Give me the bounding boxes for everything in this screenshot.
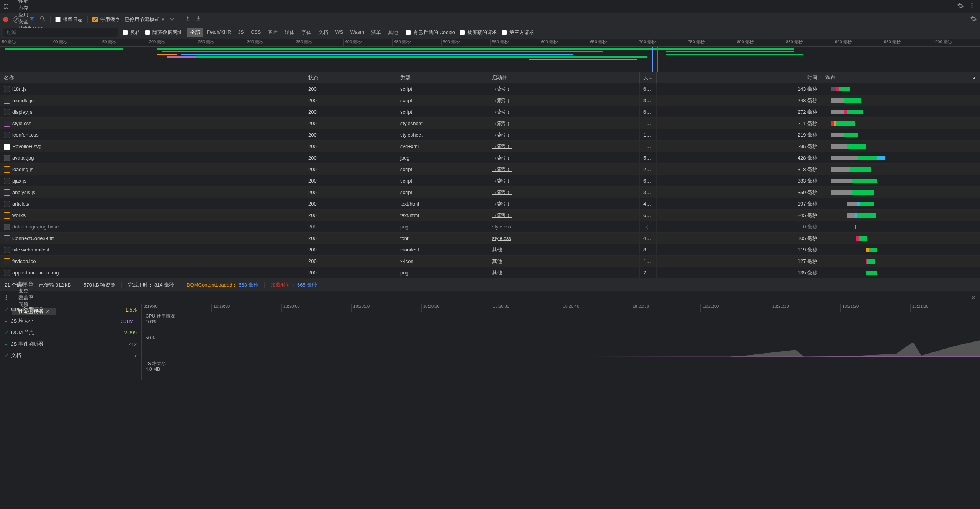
table-row[interactable]: loading.js 200 script （索引） 2… 318 毫秒: [0, 164, 980, 175]
initiator-link[interactable]: （索引）: [492, 120, 512, 127]
record-button[interactable]: [3, 17, 8, 22]
col-header-type[interactable]: 类型: [396, 72, 488, 83]
initiator-link[interactable]: （索引）: [492, 97, 512, 104]
filter-type-清单[interactable]: 清单: [368, 28, 384, 37]
table-row[interactable]: works/ 200 text/html （索引） 6… 245 毫秒: [0, 210, 980, 221]
table-row[interactable]: RavelloH.svg 200 svg+xml （索引） 1… 295 毫秒: [0, 141, 980, 152]
filter-type-JS[interactable]: JS: [235, 28, 247, 37]
clear-button[interactable]: [13, 16, 19, 23]
wifi-icon[interactable]: [169, 16, 175, 23]
filter-type-CSS[interactable]: CSS: [248, 28, 264, 37]
table-row[interactable]: display.js 200 script （索引） 6… 272 毫秒: [0, 106, 980, 118]
invert-checkbox[interactable]: 反转: [123, 29, 140, 36]
table-row[interactable]: articles/ 200 text/html （索引） 4… 197 毫秒: [0, 198, 980, 210]
initiator-cell: （索引）: [488, 198, 640, 209]
table-row[interactable]: favicon.ico 200 x-icon 其他 1… 127 毫秒: [0, 256, 980, 267]
hide-data-urls-checkbox[interactable]: 隐藏数据网址: [145, 29, 182, 36]
filter-type-WS[interactable]: WS: [332, 28, 346, 37]
perf-tick: 18:20:00: [281, 304, 351, 312]
table-row[interactable]: iconfont.css 200 stylesheet （索引） 1… 219 …: [0, 129, 980, 141]
perf-metric-value: 1.5%: [125, 307, 137, 313]
table-row[interactable]: i18n.js 200 script （索引） 6… 143 毫秒: [0, 83, 980, 95]
filter-type-Fetch/XHR[interactable]: Fetch/XHR: [204, 28, 234, 37]
search-icon[interactable]: [39, 16, 46, 23]
initiator-link[interactable]: （索引）: [492, 166, 512, 173]
drawer-tab-2[interactable]: 覆盖率: [12, 294, 56, 301]
col-header-name[interactable]: 名称: [0, 72, 304, 83]
drawer-tab-1[interactable]: 变更: [12, 287, 56, 294]
perf-tick: 18:20:40: [561, 304, 631, 312]
third-party-checkbox[interactable]: 第三方请求: [502, 29, 534, 36]
filter-type-文档[interactable]: 文档: [315, 28, 331, 37]
waterfall-cell: [821, 267, 980, 278]
file-type-icon: [4, 109, 10, 115]
col-header-size[interactable]: 大...: [640, 72, 657, 83]
initiator-link[interactable]: （索引）: [492, 132, 512, 139]
perf-metric-row[interactable]: ✓文档7: [0, 350, 141, 361]
network-settings-icon[interactable]: [970, 15, 977, 23]
timeline-overview[interactable]: 50 毫秒100 毫秒150 毫秒200 毫秒250 毫秒300 毫秒350 毫…: [0, 39, 980, 72]
initiator-link[interactable]: style.css: [492, 235, 511, 241]
filter-type-字体[interactable]: 字体: [298, 28, 314, 37]
initiator-link[interactable]: style.css: [492, 224, 511, 230]
initiator-link[interactable]: （索引）: [492, 201, 512, 207]
main-tab-4[interactable]: 性能: [12, 0, 49, 5]
throttling-select[interactable]: 已停用节流模式 ▾: [124, 16, 164, 23]
initiator-link[interactable]: （索引）: [492, 178, 512, 184]
initiator-link[interactable]: （索引）: [492, 155, 512, 162]
inspect-icon[interactable]: [0, 0, 12, 13]
upload-icon[interactable]: [185, 16, 191, 23]
drawer-close-icon[interactable]: ✕: [967, 295, 980, 300]
table-row[interactable]: apple-touch-icon.png 200 png 其他 2… 135 毫…: [0, 267, 980, 279]
initiator-cell: （索引）: [488, 83, 640, 95]
sort-arrow-icon: ▴: [973, 75, 976, 80]
filter-type-Wasm[interactable]: Wasm: [347, 28, 367, 37]
type-cell: stylesheet: [396, 118, 488, 129]
table-row[interactable]: site.webmanifest 200 manifest 其他 8… 119 …: [0, 244, 980, 256]
preserve-log-checkbox[interactable]: 保留日志: [55, 16, 83, 23]
initiator-link[interactable]: （索引）: [492, 212, 512, 219]
type-cell: stylesheet: [396, 129, 488, 140]
more-icon[interactable]: [969, 2, 975, 10]
disable-cache-checkbox[interactable]: 停用缓存: [92, 16, 120, 23]
table-row[interactable]: style.css 200 stylesheet （索引） 1… 211 毫秒: [0, 118, 980, 129]
blocked-requests-checkbox[interactable]: 被屏蔽的请求: [460, 29, 497, 36]
col-header-time[interactable]: 时间: [657, 72, 821, 83]
col-header-status[interactable]: 状态: [304, 72, 396, 83]
perf-metric-row[interactable]: ✓JS 事件监听器212: [0, 338, 141, 350]
filter-type-媒体[interactable]: 媒体: [281, 28, 298, 37]
perf-metric-row[interactable]: ✓DOM 节点2,399: [0, 327, 141, 338]
drawer-more-icon[interactable]: [0, 291, 12, 304]
main-tab-5[interactable]: 内存: [12, 5, 49, 11]
filter-icon[interactable]: [29, 16, 35, 23]
file-name: articles/: [12, 201, 29, 207]
table-row[interactable]: ConnectCode39.ttf 200 font style.css 4… …: [0, 233, 980, 244]
initiator-link[interactable]: （索引）: [492, 86, 512, 93]
drawer-tab-0[interactable]: 控制台: [12, 281, 56, 287]
col-header-initiator[interactable]: 启动器: [488, 72, 640, 83]
initiator-cell: （索引）: [488, 129, 640, 140]
filter-type-其他[interactable]: 其他: [385, 28, 401, 37]
initiator-link[interactable]: （索引）: [492, 109, 512, 116]
filter-type-全部[interactable]: 全部: [187, 28, 203, 37]
col-header-waterfall[interactable]: 瀑布▴: [821, 72, 980, 83]
perf-metric-row[interactable]: ✓CPU 使用情况1.5%: [0, 304, 141, 315]
initiator-link[interactable]: （索引）: [492, 189, 512, 196]
file-name: style.css: [12, 121, 31, 126]
filter-input[interactable]: [3, 28, 118, 37]
download-icon[interactable]: [195, 16, 201, 23]
filter-type-图片[interactable]: 图片: [265, 28, 281, 37]
timeline-tick: 200 毫秒: [147, 39, 196, 46]
table-row[interactable]: analysis.js 200 script （索引） 3… 359 毫秒: [0, 187, 980, 198]
table-row[interactable]: avatar.jpg 200 jpeg （索引） 5… 428 毫秒: [0, 152, 980, 164]
waterfall-cell: [821, 210, 980, 221]
perf-metric-row[interactable]: ✓JS 堆大小3.3 MB: [0, 315, 141, 327]
table-row[interactable]: pjax.js 200 script （索引） 6… 383 毫秒: [0, 175, 980, 187]
blocked-cookies-checkbox[interactable]: 有已拦截的 Cookie: [406, 29, 455, 36]
time-cell: 272 毫秒: [657, 106, 821, 117]
perf-tick: 18:20:50: [631, 304, 700, 312]
table-row[interactable]: moudle.js 200 script （索引） 3… 248 毫秒: [0, 95, 980, 106]
initiator-link[interactable]: （索引）: [492, 143, 512, 150]
settings-icon[interactable]: [957, 2, 964, 10]
table-row[interactable]: data:image/png;base… 200 png style.css （…: [0, 221, 980, 233]
